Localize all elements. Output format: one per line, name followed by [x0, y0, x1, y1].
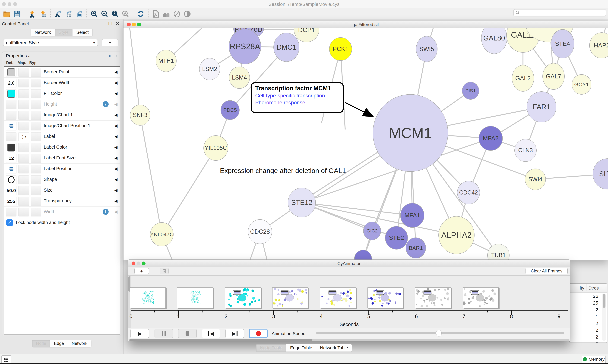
- network-node-swi4[interactable]: SWI4: [525, 169, 546, 190]
- frame-thumbnail-0[interactable]: [130, 287, 166, 308]
- network-node-slt2[interactable]: SLT2: [593, 158, 608, 189]
- table-row[interactable]: 2: [570, 341, 598, 343]
- expand-all-icon[interactable]: »: [107, 54, 112, 57]
- expand-row-icon[interactable]: ◀: [114, 145, 117, 150]
- search-input[interactable]: [513, 9, 606, 16]
- add-frame-button[interactable]: +: [134, 268, 149, 274]
- frame-thumbnail-1[interactable]: [177, 287, 213, 308]
- record-button[interactable]: [249, 329, 268, 338]
- network-node-ste12[interactable]: STE12: [288, 188, 316, 217]
- save-icon[interactable]: [13, 9, 22, 18]
- zoom-fit-icon[interactable]: [111, 9, 120, 18]
- stop-button[interactable]: [178, 329, 197, 338]
- column-header-stress[interactable]: Stres: [588, 286, 599, 291]
- network-node-ste4[interactable]: STE4: [551, 29, 574, 58]
- table-scrollbar-thumb[interactable]: [603, 294, 606, 308]
- frame-thumbnail-7[interactable]: [463, 287, 498, 308]
- lock-size-checkbox[interactable]: ✓: [6, 219, 13, 226]
- property-row[interactable]: Shape◀: [4, 174, 120, 185]
- property-row[interactable]: 255Transparency◀: [4, 196, 120, 207]
- contrast-icon[interactable]: [183, 9, 192, 18]
- property-value-cell[interactable]: ⋮›: [18, 132, 29, 141]
- frame-thumbnail-2[interactable]: [225, 287, 261, 308]
- import-network-icon[interactable]: [28, 9, 37, 18]
- network-node-hap2[interactable]: HAP2: [589, 32, 608, 58]
- expand-row-icon[interactable]: ◀: [114, 70, 117, 74]
- network-node-dmc1[interactable]: DMC1: [274, 33, 299, 62]
- network-node-snf3[interactable]: SNF3: [130, 105, 150, 126]
- property-value-cell[interactable]: [6, 89, 16, 98]
- table-row[interactable]: 2: [570, 334, 598, 341]
- home-icon[interactable]: [162, 9, 171, 18]
- close-panel-icon[interactable]: ✕: [116, 21, 119, 26]
- network-node-cdc42[interactable]: CDC42: [457, 181, 480, 204]
- tab-style[interactable]: Style: [55, 29, 72, 36]
- expand-row-icon[interactable]: ◀: [114, 102, 117, 106]
- tab-select[interactable]: Select: [72, 29, 93, 36]
- expand-row-icon[interactable]: ◀: [114, 123, 117, 128]
- network-node-lsm2[interactable]: LSM2: [199, 58, 220, 80]
- export-table-icon[interactable]: [64, 9, 73, 18]
- automation-panel-button[interactable]: [1, 355, 11, 364]
- pause-button[interactable]: [154, 329, 173, 338]
- property-row[interactable]: ⋮›Label◀: [4, 131, 120, 142]
- delete-frame-button[interactable]: [160, 268, 169, 274]
- open-file-icon[interactable]: [2, 9, 11, 18]
- network-node-mcm1[interactable]: MCM1: [373, 94, 448, 172]
- expand-row-icon[interactable]: ◀: [114, 80, 117, 85]
- network-node-far1[interactable]: FAR1: [527, 91, 556, 122]
- tab-network-table[interactable]: Network Table: [316, 344, 352, 351]
- collapse-all-icon[interactable]: »: [113, 54, 119, 57]
- property-value-cell[interactable]: 255: [6, 197, 16, 206]
- network-node-bar1[interactable]: BAR1: [406, 237, 426, 258]
- network-node[interactable]: [354, 250, 372, 260]
- network-node-gal80[interactable]: GAL80: [481, 28, 507, 54]
- play-button[interactable]: ▶: [130, 329, 149, 338]
- network-node-pdc5[interactable]: PDC5: [221, 100, 240, 120]
- frame-thumbnail-4[interactable]: [320, 287, 356, 308]
- network-node-alpha2[interactable]: ALPHA2: [438, 216, 474, 254]
- expand-row-icon[interactable]: ◀: [114, 188, 117, 193]
- property-value-cell[interactable]: 50.0: [6, 186, 16, 195]
- table-row[interactable]: 1: [570, 314, 598, 321]
- speed-slider-thumb[interactable]: [436, 330, 442, 337]
- tab-network[interactable]: Network: [31, 29, 55, 36]
- style-selector[interactable]: galFiltered Style ▾: [3, 39, 98, 46]
- property-row[interactable]: Border Paint◀: [4, 67, 120, 78]
- table-row[interactable]: 26: [570, 293, 598, 300]
- property-row[interactable]: Label Position◀: [4, 164, 120, 174]
- expand-row-icon[interactable]: ◀: [114, 91, 117, 96]
- network-window-titlebar[interactable]: galFiltered.sif: [124, 21, 608, 28]
- memory-button[interactable]: Memory: [582, 356, 606, 363]
- network-node-lsm4[interactable]: LSM4: [229, 66, 250, 89]
- playhead[interactable]: [272, 277, 272, 310]
- export-image-icon[interactable]: [74, 9, 83, 18]
- property-value-cell[interactable]: [6, 68, 16, 77]
- table-row[interactable]: 25: [570, 300, 598, 307]
- property-row[interactable]: Image/Chart Position 1◀: [4, 120, 120, 131]
- network-node-gic2[interactable]: GIC2: [363, 222, 381, 240]
- network-node-rps28a[interactable]: RPS28A: [229, 29, 261, 64]
- tab-edge-table[interactable]: Edge Table: [286, 344, 316, 351]
- expand-row-icon[interactable]: ◀: [114, 113, 117, 117]
- expand-row-icon[interactable]: ◀: [114, 166, 117, 171]
- table-row[interactable]: 2: [570, 307, 598, 314]
- network-node-yil105c[interactable]: YIL105C: [204, 135, 228, 161]
- zoom-in-icon[interactable]: [90, 9, 99, 18]
- property-value-cell[interactable]: [6, 143, 16, 152]
- expand-row-icon[interactable]: ◀: [114, 134, 117, 139]
- property-row[interactable]: Label Color◀: [4, 142, 120, 153]
- expand-row-icon[interactable]: ◀: [114, 209, 117, 214]
- network-file-icon[interactable]: [151, 9, 161, 18]
- network-node-gcy1[interactable]: GCY1: [572, 74, 591, 95]
- table-row[interactable]: 2: [570, 327, 598, 334]
- property-row[interactable]: Fill Color◀: [4, 88, 120, 99]
- network-node-tub1[interactable]: TUB1: [487, 244, 510, 260]
- property-row[interactable]: Heighti◀: [4, 99, 120, 110]
- network-canvas[interactable]: RPS28BDCP1RPS28ADMC1PCK1SWI5GAL80GAL11ST…: [124, 28, 608, 260]
- network-node-mth1[interactable]: MTH1: [156, 50, 177, 72]
- property-row[interactable]: Image/Chart 1◀: [4, 110, 120, 121]
- expand-row-icon[interactable]: ◀: [114, 199, 117, 203]
- frames-hscrollbar[interactable]: [129, 339, 569, 341]
- export-network-icon[interactable]: [54, 9, 63, 18]
